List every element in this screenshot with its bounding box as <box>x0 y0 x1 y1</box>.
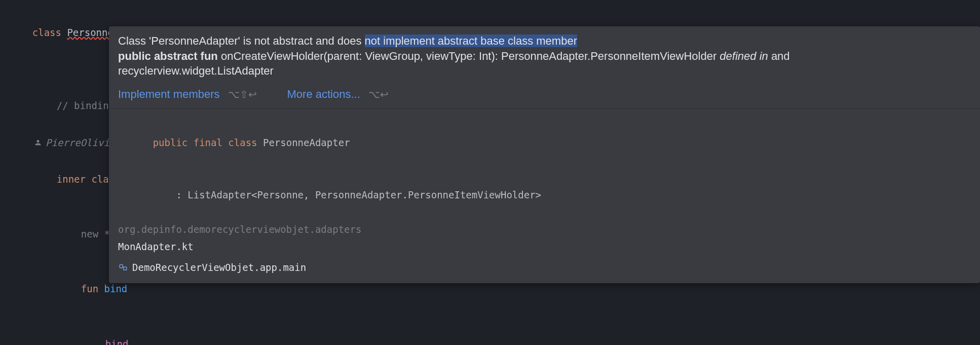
module-icon <box>118 262 128 272</box>
person-icon <box>33 138 43 147</box>
tooltip-error-message: Class 'PersonneAdapter' is not abstract … <box>109 26 980 83</box>
tooltip-actions-row: Implement members ⌥⇧↩ More actions... ⌥↩ <box>109 83 980 109</box>
keyword-inner: inner <box>57 174 86 185</box>
code-line-bind1: bind <box>0 317 980 345</box>
svg-rect-1 <box>124 267 127 270</box>
svg-rect-0 <box>120 264 123 267</box>
decl-super: : ListAdapter<Personne, PersonneAdapter.… <box>153 189 541 200</box>
property-bind: bind <box>105 338 129 345</box>
implement-members-link[interactable]: Implement members <box>118 88 220 101</box>
error-defined-in: defined in <box>720 50 768 62</box>
function-bind: bind <box>104 283 128 294</box>
file-name[interactable]: MonAdapter.kt <box>118 238 971 255</box>
tooltip-body: public final class PersonneAdapter : Lis… <box>109 109 980 283</box>
error-line3: recyclerview.widget.ListAdapter <box>118 64 274 77</box>
shortcut-implement: ⌥⇧↩ <box>228 88 257 100</box>
module-name: DemoRecyclerViewObjet.app.main <box>132 259 306 276</box>
decl-name: PersonneAdapter <box>263 137 350 148</box>
hint-new: new * <box>81 228 110 239</box>
class-declaration: public final class PersonneAdapter <box>118 117 971 169</box>
error-text-highlight: not implement abstract base class member <box>365 34 577 47</box>
error-text-prefix: Class 'PersonneAdapter' is not abstract … <box>118 34 365 47</box>
error-sig-modifiers: public abstract fun <box>118 50 218 62</box>
more-actions-link[interactable]: More actions... <box>287 88 360 101</box>
package-path: org.depinfo.demorecyclerviewobjet.adapte… <box>118 221 971 238</box>
module-line[interactable]: DemoRecyclerViewObjet.app.main <box>118 256 971 276</box>
shortcut-more: ⌥↩ <box>368 88 389 100</box>
error-trail: and <box>768 50 790 62</box>
decl-modifiers: public final class <box>153 137 263 148</box>
keyword-fun: fun <box>81 283 98 294</box>
error-sig-rest: onCreateViewHolder(parent: ViewGroup, vi… <box>218 50 720 62</box>
keyword-class: class <box>32 27 61 38</box>
class-declaration-super: : ListAdapter<Personne, PersonneAdapter.… <box>118 169 971 221</box>
error-tooltip: Class 'PersonneAdapter' is not abstract … <box>109 26 980 283</box>
